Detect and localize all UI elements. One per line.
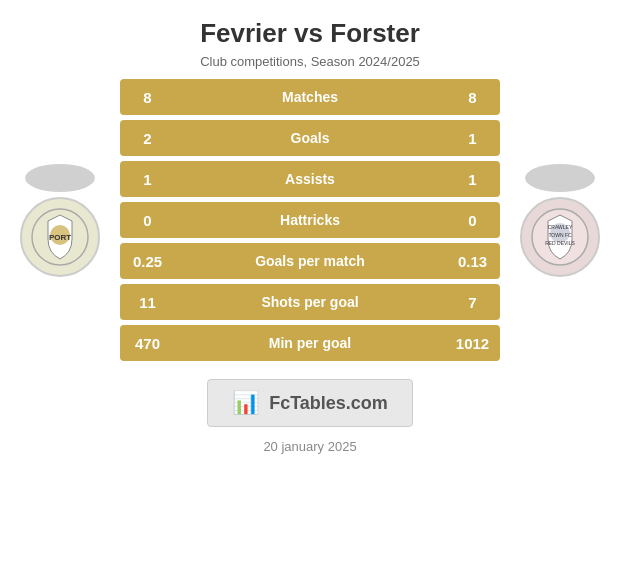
stat-value-right: 1	[445, 171, 500, 188]
fctables-icon: 📊	[232, 390, 259, 416]
page-title: Fevrier vs Forster	[200, 18, 420, 49]
stat-value-right: 0.13	[445, 253, 500, 270]
stat-value-left: 11	[120, 294, 175, 311]
stat-row: 470Min per goal1012	[120, 325, 500, 361]
fctables-banner: 📊 FcTables.com	[207, 379, 413, 427]
stat-row: 2Goals1	[120, 120, 500, 156]
footer-date: 20 january 2025	[263, 439, 356, 454]
stat-value-left: 0.25	[120, 253, 175, 270]
svg-text:TOWN FC: TOWN FC	[548, 232, 572, 238]
svg-text:RED DEVILS: RED DEVILS	[545, 240, 575, 246]
right-club-crest-icon: CRAWLEY TOWN FC RED DEVILS	[530, 207, 590, 267]
stat-row: 0Hattricks0	[120, 202, 500, 238]
stat-label: Matches	[175, 89, 445, 105]
left-club-logo: PORT	[10, 164, 110, 277]
fctables-label: FcTables.com	[269, 393, 388, 414]
right-club-logo: CRAWLEY TOWN FC RED DEVILS	[510, 164, 610, 277]
stat-label: Shots per goal	[175, 294, 445, 310]
stat-label: Assists	[175, 171, 445, 187]
stat-label: Hattricks	[175, 212, 445, 228]
stat-label: Min per goal	[175, 335, 445, 351]
stat-value-right: 7	[445, 294, 500, 311]
stat-value-left: 2	[120, 130, 175, 147]
stat-value-right: 1	[445, 130, 500, 147]
stat-value-right: 0	[445, 212, 500, 229]
stat-value-left: 470	[120, 335, 175, 352]
stat-row: 0.25Goals per match0.13	[120, 243, 500, 279]
stat-row: 8Matches8	[120, 79, 500, 115]
stat-value-left: 1	[120, 171, 175, 188]
stat-value-right: 1012	[445, 335, 500, 352]
stats-container: 8Matches82Goals11Assists10Hattricks00.25…	[120, 79, 500, 361]
stat-value-left: 8	[120, 89, 175, 106]
page-subtitle: Club competitions, Season 2024/2025	[200, 54, 420, 69]
left-club-crest-icon: PORT	[30, 207, 90, 267]
stat-label: Goals per match	[175, 253, 445, 269]
stat-row: 11Shots per goal7	[120, 284, 500, 320]
stat-row: 1Assists1	[120, 161, 500, 197]
stat-value-left: 0	[120, 212, 175, 229]
stat-value-right: 8	[445, 89, 500, 106]
stat-label: Goals	[175, 130, 445, 146]
svg-text:CRAWLEY: CRAWLEY	[548, 224, 573, 230]
svg-text:PORT: PORT	[49, 233, 71, 242]
